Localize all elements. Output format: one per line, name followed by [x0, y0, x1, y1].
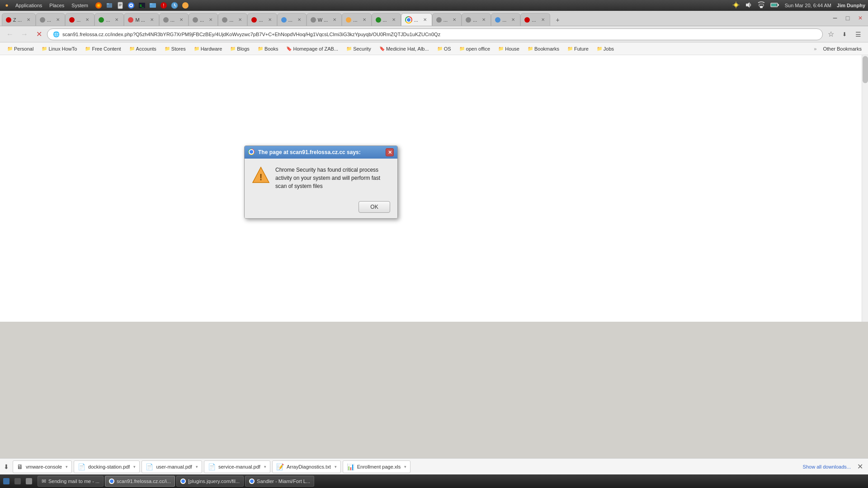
- tab-close-12[interactable]: ✕: [361, 17, 368, 23]
- menu-places[interactable]: Places: [47, 2, 67, 9]
- files-icon[interactable]: [105, 1, 113, 9]
- bookmark-bookmarks[interactable]: 📁 Bookmarks: [524, 45, 563, 52]
- tab-close-8[interactable]: ✕: [237, 17, 243, 23]
- download-item-array-diagnostics[interactable]: 📝 ArrayDiagnostics.txt ▾: [272, 460, 341, 473]
- bookmark-future[interactable]: 📁 Future: [564, 45, 592, 52]
- tab-11[interactable]: W ... ✕: [307, 13, 342, 26]
- update-icon[interactable]: !: [160, 1, 168, 9]
- download-item-enrollment[interactable]: 📊 Enrollment page.xls ▾: [343, 460, 411, 473]
- battery-icon[interactable]: [770, 1, 779, 9]
- download-item-user-manual[interactable]: 📄 user-manual.pdf ▾: [142, 460, 202, 473]
- taskbar-item-scan91[interactable]: scan91.frelossa.cz.cc/i...: [105, 476, 175, 487]
- taskbar-icon-2[interactable]: [13, 477, 22, 486]
- close-button[interactable]: ✕: [854, 12, 866, 24]
- back-button[interactable]: ←: [4, 28, 16, 41]
- tab-7[interactable]: ... ✕: [189, 13, 218, 26]
- bookmark-personal[interactable]: 📁 Personal: [4, 45, 37, 52]
- download-chevron-icon[interactable]: ▾: [264, 465, 266, 469]
- maximize-button[interactable]: □: [842, 12, 854, 24]
- tab-close-17[interactable]: ✕: [510, 17, 516, 23]
- other-bookmarks-button[interactable]: Other Bookmarks: [820, 45, 864, 52]
- clock-icon-quick[interactable]: [170, 1, 179, 9]
- bookmark-star-button[interactable]: ☆: [825, 28, 837, 41]
- tab-4[interactable]: ... ✕: [94, 13, 124, 26]
- tab-close-14[interactable]: ✕: [422, 17, 428, 23]
- gedit-icon[interactable]: [116, 1, 124, 9]
- forward-button[interactable]: →: [18, 28, 31, 41]
- bookmark-medicine-hat[interactable]: 🔖 Medicine Hat, Alb...: [376, 45, 433, 52]
- minimize-button[interactable]: −: [829, 12, 841, 24]
- menu-button[interactable]: ☰: [852, 28, 864, 41]
- show-all-downloads-link[interactable]: Show all downloads...: [800, 463, 854, 470]
- download-chevron-icon[interactable]: ▾: [196, 465, 198, 469]
- bookmark-jobs[interactable]: 📁 Jobs: [593, 45, 618, 52]
- tab-close-15[interactable]: ✕: [451, 17, 458, 23]
- menu-system[interactable]: System: [69, 2, 91, 9]
- user-display[interactable]: Jim Dunphy: [837, 3, 865, 8]
- terminal-icon[interactable]: $_: [138, 1, 146, 9]
- taskbar-item-jquery[interactable]: [plugins.jquery.com/fil...: [176, 476, 244, 487]
- reload-button[interactable]: ✕: [33, 28, 45, 41]
- tab-14-active[interactable]: ... ✕: [401, 13, 432, 26]
- download-chevron-icon[interactable]: ▾: [133, 465, 136, 469]
- bookmark-homepage-zab[interactable]: 🔖 Homepage of ZAB...: [283, 45, 342, 52]
- tab-close-5[interactable]: ✕: [149, 17, 155, 23]
- tab-9[interactable]: ... ✕: [247, 13, 277, 26]
- address-bar[interactable]: 🌐 scan91.frelossa.cz.cc/index.php?Q5zh4N…: [47, 28, 823, 40]
- files2-icon[interactable]: [149, 1, 157, 9]
- download-chevron-icon[interactable]: ▾: [404, 465, 406, 469]
- tab-5[interactable]: M ... ✕: [124, 13, 159, 26]
- tab-close-16[interactable]: ✕: [481, 17, 487, 23]
- bookmark-open-office[interactable]: 📁 open office: [456, 45, 494, 52]
- taskbar-icon-3[interactable]: [24, 477, 33, 486]
- new-tab-button[interactable]: +: [552, 14, 564, 26]
- brightness-icon[interactable]: [732, 1, 740, 9]
- menu-applications[interactable]: Applications: [13, 2, 45, 9]
- bookmark-books[interactable]: 📁 Books: [254, 45, 282, 52]
- tab-close-4[interactable]: ✕: [113, 17, 120, 23]
- download-item-vmware[interactable]: 🖥 vmware-console ▾: [13, 460, 72, 473]
- dialog-close-button[interactable]: ✕: [386, 148, 394, 156]
- page-action-button[interactable]: ⬇: [838, 28, 851, 41]
- tab-15[interactable]: ... ✕: [432, 13, 462, 26]
- bookmark-blogs[interactable]: 📁 Blogs: [226, 45, 253, 52]
- bookmark-os[interactable]: 📁 OS: [434, 45, 455, 52]
- tab-1[interactable]: Z ... ✕: [2, 13, 36, 26]
- tab-18[interactable]: ... ✕: [520, 13, 550, 26]
- downloads-close-button[interactable]: ✕: [855, 462, 864, 471]
- overflow-chevron[interactable]: »: [814, 46, 816, 52]
- tab-12[interactable]: ... ✕: [342, 13, 371, 26]
- tab-10[interactable]: ... ✕: [277, 13, 307, 26]
- volume-icon[interactable]: [745, 1, 752, 9]
- tab-close-2[interactable]: ✕: [55, 17, 61, 23]
- bookmark-security[interactable]: 📁 Security: [343, 45, 375, 52]
- tab-close-7[interactable]: ✕: [208, 17, 214, 23]
- tab-close-10[interactable]: ✕: [296, 17, 302, 23]
- bookmark-stores[interactable]: 📁 Stores: [161, 45, 189, 52]
- bookmark-hardware[interactable]: 📁 Hardware: [190, 45, 226, 52]
- firefox-icon[interactable]: [94, 1, 103, 9]
- tab-16[interactable]: ... ✕: [462, 13, 491, 26]
- network-icon[interactable]: [758, 1, 765, 9]
- taskbar-item-sandler[interactable]: Sandler - Miami/Fort L...: [245, 476, 314, 487]
- tab-2[interactable]: ... ✕: [36, 13, 65, 26]
- dialog-ok-button[interactable]: OK: [359, 201, 390, 213]
- tab-close-3[interactable]: ✕: [84, 17, 90, 23]
- chrome-icon-quick[interactable]: [127, 1, 135, 9]
- tab-close-6[interactable]: ✕: [178, 17, 184, 23]
- bookmark-house[interactable]: 📁 House: [495, 45, 523, 52]
- taskbar-item-sending-mail[interactable]: ✉ Sending mail to me - ...: [38, 476, 104, 487]
- download-item-docking[interactable]: 📄 docking-station.pdf ▾: [74, 460, 140, 473]
- tab-17[interactable]: ... ✕: [491, 13, 520, 26]
- bookmark-accounts[interactable]: 📁 Accounts: [126, 45, 160, 52]
- tab-close-11[interactable]: ✕: [331, 17, 338, 23]
- tab-6[interactable]: ... ✕: [159, 13, 189, 26]
- tab-close-1[interactable]: ✕: [25, 17, 32, 23]
- desktop-icon[interactable]: ✦: [3, 1, 11, 9]
- tab-close-9[interactable]: ✕: [267, 17, 273, 23]
- tab-8[interactable]: ... ✕: [218, 13, 247, 26]
- bookmark-free-content[interactable]: 📁 Free Content: [81, 45, 124, 52]
- tab-close-13[interactable]: ✕: [391, 17, 397, 23]
- tab-close-18[interactable]: ✕: [540, 17, 546, 23]
- taskbar-icon-1[interactable]: [2, 477, 11, 486]
